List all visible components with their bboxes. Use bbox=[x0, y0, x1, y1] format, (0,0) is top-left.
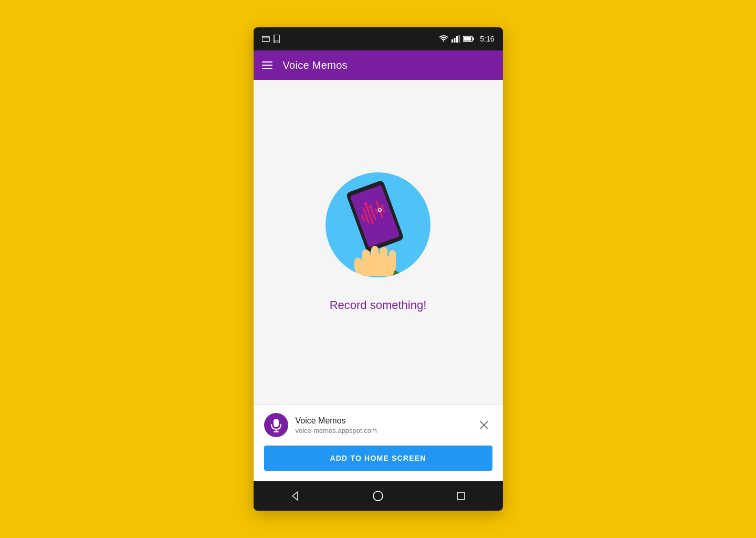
close-button[interactable] bbox=[476, 417, 492, 433]
svg-rect-32 bbox=[274, 419, 279, 427]
svg-rect-4 bbox=[452, 39, 453, 43]
svg-rect-12 bbox=[350, 185, 400, 247]
notification-icon-1 bbox=[262, 35, 270, 43]
svg-rect-9 bbox=[464, 37, 471, 41]
recents-icon bbox=[456, 491, 466, 501]
illustration-circle bbox=[326, 172, 430, 277]
svg-rect-7 bbox=[459, 35, 460, 43]
nav-back-button[interactable] bbox=[282, 483, 308, 509]
svg-rect-39 bbox=[457, 492, 465, 500]
home-icon bbox=[372, 490, 384, 502]
battery-icon bbox=[463, 36, 475, 42]
svg-rect-2 bbox=[274, 35, 279, 43]
svg-rect-5 bbox=[454, 38, 456, 43]
close-icon bbox=[479, 420, 489, 430]
microphone-icon bbox=[269, 418, 283, 432]
notification-icon-2 bbox=[274, 35, 280, 43]
phone-illustration-svg bbox=[328, 173, 428, 276]
nav-bar bbox=[254, 481, 503, 511]
add-to-home-screen-button[interactable]: ADD TO HOME SCREEN bbox=[264, 446, 492, 471]
hamburger-line-1 bbox=[262, 61, 272, 63]
banner-info: Voice Memos voice-memos.appspot.com bbox=[296, 416, 476, 434]
nav-home-button[interactable] bbox=[365, 483, 391, 509]
svg-point-38 bbox=[373, 491, 383, 501]
app-title: Voice Memos bbox=[283, 59, 348, 71]
back-icon bbox=[289, 490, 301, 502]
phone-frame: 5:16 Voice Memos bbox=[254, 27, 503, 511]
svg-rect-0 bbox=[262, 36, 269, 42]
hamburger-menu-icon[interactable] bbox=[262, 61, 272, 69]
banner-app-name: Voice Memos bbox=[296, 416, 476, 426]
record-prompt-text: Record something! bbox=[330, 298, 427, 312]
main-content: Record something! bbox=[254, 80, 503, 404]
hamburger-line-2 bbox=[262, 65, 272, 66]
banner-header: Voice Memos voice-memos.appspot.com bbox=[264, 413, 492, 437]
bottom-banner: Voice Memos voice-memos.appspot.com ADD … bbox=[254, 404, 503, 481]
status-time: 5:16 bbox=[480, 35, 494, 43]
status-bar: 5:16 bbox=[254, 27, 503, 50]
app-icon-circle bbox=[264, 413, 288, 437]
nav-recents-button[interactable] bbox=[448, 483, 474, 509]
svg-marker-37 bbox=[292, 492, 298, 500]
status-left-icons bbox=[262, 35, 280, 43]
svg-rect-6 bbox=[456, 36, 458, 43]
hamburger-line-3 bbox=[262, 68, 272, 69]
wifi-icon bbox=[439, 35, 448, 43]
app-bar: Voice Memos bbox=[254, 50, 503, 80]
banner-url: voice-memos.appspot.com bbox=[296, 427, 476, 434]
signal-icon bbox=[452, 35, 460, 43]
svg-rect-10 bbox=[473, 38, 475, 40]
